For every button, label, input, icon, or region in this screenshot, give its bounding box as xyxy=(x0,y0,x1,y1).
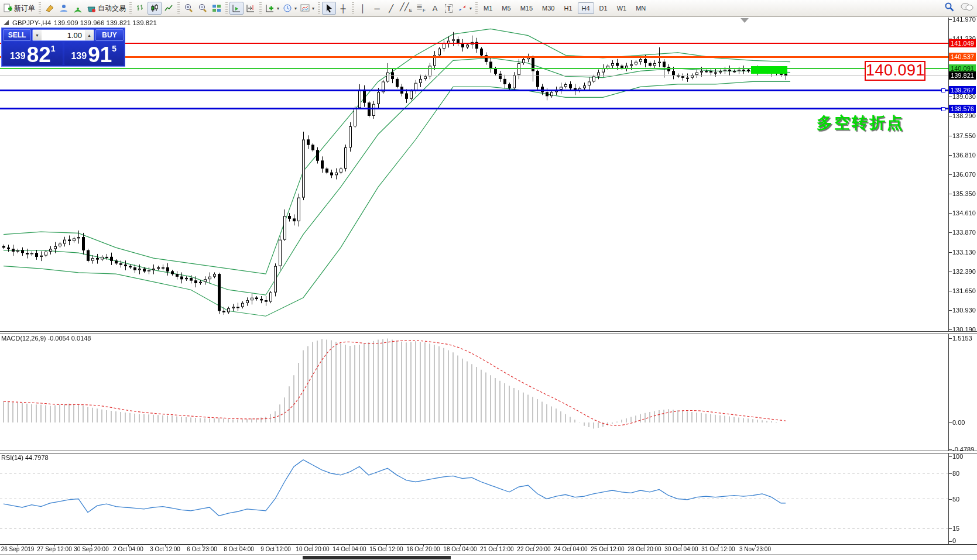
brush-icon xyxy=(45,4,54,13)
styler-button[interactable] xyxy=(43,2,57,15)
pane-splitter-rsi[interactable] xyxy=(0,451,977,454)
search-icon[interactable] xyxy=(944,2,955,12)
chart-window-icon xyxy=(4,20,9,26)
timeframe-h1[interactable]: H1 xyxy=(560,2,576,14)
toolbar-separator xyxy=(39,2,41,14)
equidistant-channel-button[interactable]: ╱╱E xyxy=(398,2,414,15)
timeframe-m30[interactable]: M30 xyxy=(538,2,558,14)
buy-price-pip: 5 xyxy=(112,44,116,53)
price-axis-tick: 131.650 xyxy=(952,287,976,294)
dropdown-caret-icon: ▾ xyxy=(294,6,297,11)
price-axis-tick: 134.610 xyxy=(952,209,976,217)
horizontal-level-line-141.049[interactable] xyxy=(0,43,948,44)
volume-input[interactable]: 1.00 xyxy=(42,30,85,40)
date-axis-label: 26 Sep 2019 xyxy=(1,546,35,552)
zoom-in-button[interactable] xyxy=(181,2,196,15)
sell-price-pip: 1 xyxy=(51,44,56,53)
volume-decrease-button[interactable]: ▼ xyxy=(33,30,42,40)
template-button[interactable]: ▾ xyxy=(299,2,316,15)
pane-splitter-macd[interactable] xyxy=(0,331,977,334)
dropdown-caret-icon: ▾ xyxy=(277,6,279,11)
scroll-to-end-icon[interactable] xyxy=(741,18,749,23)
new-order-button[interactable]: 新订单 xyxy=(1,2,37,15)
horizontal-line-button[interactable]: ─ xyxy=(370,2,384,15)
candle-chart-button[interactable] xyxy=(148,2,162,15)
price-badge-139.267: 139.267 xyxy=(949,86,976,94)
timeframe-d1[interactable]: D1 xyxy=(595,2,612,14)
arrows-button[interactable]: ▾ xyxy=(456,2,474,15)
chart-shift-button[interactable] xyxy=(244,2,258,15)
rsi-label: RSI(14) 44.7978 xyxy=(1,454,49,461)
buy-price-big: 91 xyxy=(88,46,112,64)
horizontal-level-line-139.821[interactable] xyxy=(0,75,948,76)
chart-canvas[interactable] xyxy=(0,0,977,560)
signal-button[interactable] xyxy=(71,2,85,15)
toolbar-separator xyxy=(225,2,228,14)
add-indicator-button[interactable]: ▾ xyxy=(263,2,281,15)
toolbar-right xyxy=(944,2,973,12)
auto-scroll-icon xyxy=(232,4,241,13)
cursor-button[interactable] xyxy=(322,2,336,15)
price-axis-tick: 133.870 xyxy=(952,229,976,236)
zoom-out-button[interactable] xyxy=(196,2,210,15)
candle-chart-icon xyxy=(150,4,159,13)
line-handle[interactable] xyxy=(941,107,945,111)
price-badge-138.576: 138.576 xyxy=(949,105,976,113)
turning-point-note: 多空转折点 xyxy=(817,112,904,133)
price-badge-141.049: 141.049 xyxy=(949,39,976,47)
buy-button[interactable]: BUY xyxy=(95,29,124,41)
window-bottom-border xyxy=(0,554,977,555)
timeframe-w1[interactable]: W1 xyxy=(613,2,631,14)
text-label-icon: T xyxy=(445,4,453,13)
sell-button[interactable]: SELL xyxy=(3,29,31,41)
trade-panel-price-row: 139821 139915 xyxy=(2,42,125,66)
horizontal-level-line-140.537[interactable] xyxy=(0,56,948,58)
chart-title: GBPJPY-,H4 139.909 139.966 139.821 139.8… xyxy=(4,19,157,26)
date-axis-label: 30 Sep 20:00 xyxy=(74,546,109,552)
period-button[interactable]: ▾ xyxy=(281,2,299,15)
bar-chart-button[interactable] xyxy=(133,2,148,15)
chat-icon[interactable] xyxy=(961,2,973,12)
horizontal-scrollbar-thumb[interactable] xyxy=(303,556,451,559)
autotrade-label: 自动交易 xyxy=(98,4,126,13)
fibonacci-button[interactable]: ≣F xyxy=(414,2,428,15)
mt4-window: 新订单 自动交易 ▾ ▾ ▾ ┼ │ ─ ╱ ╱╱E ≣F A T xyxy=(0,0,977,560)
volume-stepper: ▼ 1.00 ▲ xyxy=(32,29,94,41)
horizontal-line-icon: ─ xyxy=(374,5,379,12)
crosshair-button[interactable]: ┼ xyxy=(336,2,350,15)
auto-scroll-button[interactable] xyxy=(229,2,244,15)
trendline-button[interactable]: ╱ xyxy=(384,2,398,15)
crosshair-icon: ┼ xyxy=(340,5,345,12)
new-order-label: 新订单 xyxy=(14,4,35,13)
text-label-button[interactable]: T xyxy=(442,2,456,15)
date-axis-label: 3 Nov 23:00 xyxy=(739,546,771,552)
new-order-icon xyxy=(3,4,12,13)
toolbar-separator xyxy=(475,2,478,14)
volume-increase-button[interactable]: ▲ xyxy=(85,30,94,40)
horizontal-level-line-139.267[interactable] xyxy=(0,90,948,91)
autotrade-button[interactable]: 自动交易 xyxy=(85,2,128,15)
buy-price[interactable]: 139915 xyxy=(64,42,124,65)
line-handle[interactable] xyxy=(941,88,945,92)
text-button[interactable]: A xyxy=(428,2,442,15)
date-axis-label: 31 Oct 12:00 xyxy=(701,546,735,552)
profile-button[interactable] xyxy=(57,2,71,15)
arrows-icon xyxy=(458,4,467,13)
trendline-icon: ╱ xyxy=(389,5,393,12)
timeframe-h4[interactable]: H4 xyxy=(578,2,594,14)
sell-price[interactable]: 139821 xyxy=(3,42,63,65)
line-chart-button[interactable] xyxy=(162,2,176,15)
price-badge-139.821: 139.821 xyxy=(949,71,976,80)
horizontal-level-line-140.091[interactable] xyxy=(0,68,948,69)
timeframe-m15[interactable]: M15 xyxy=(516,2,537,14)
timeframe-mn[interactable]: MN xyxy=(632,2,650,14)
tile-windows-button[interactable] xyxy=(210,2,224,15)
price-axis-tick: 138.290 xyxy=(952,112,976,119)
timeframe-m1[interactable]: M1 xyxy=(479,2,496,14)
vertical-line-button[interactable]: │ xyxy=(356,2,370,15)
horizontal-level-line-138.576[interactable] xyxy=(0,108,948,109)
timeframe-m5[interactable]: M5 xyxy=(498,2,515,14)
vertical-line-icon: │ xyxy=(361,5,365,12)
autotrade-icon xyxy=(87,4,96,13)
bar-chart-icon xyxy=(136,4,145,13)
